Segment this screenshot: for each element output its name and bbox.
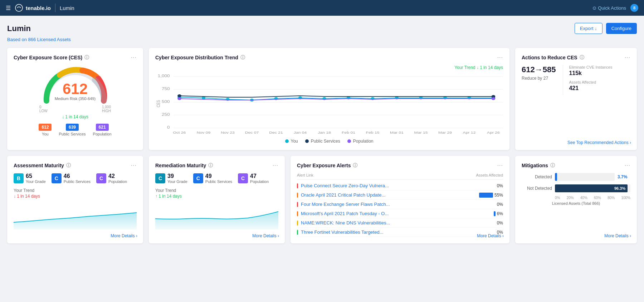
remediation-more-details[interactable]: More Details › — [252, 233, 279, 238]
assessment-grade-you: B 65 Your Grade — [14, 173, 46, 184]
assessment-grade-pop-num: 42 — [108, 173, 127, 179]
assessment-card: Assessment Maturity ⓘ ··· B 65 Your Grad… — [7, 156, 143, 243]
dist-trend-menu[interactable]: ··· — [497, 54, 503, 61]
licensed-assets-link[interactable]: Based on 866 Licensed Assets — [7, 37, 637, 42]
miti-not-detected-bar-wrap: 96.3% — [555, 184, 630, 192]
miti-detected-bar-wrap — [555, 173, 615, 181]
ces-title: Cyber Exposure Score (CES) ⓘ — [14, 54, 89, 61]
help-badge[interactable]: 8 — [630, 4, 638, 12]
miti-footer: Licensed Assets (Total 866) — [522, 201, 630, 206]
configure-button[interactable]: Configure — [606, 23, 637, 34]
remediation-trend-label: Your Trend — [155, 188, 278, 193]
assessment-grade-ps: C 46 Public Services — [52, 173, 91, 184]
alert-row: Pulse Connect Secure Zero-Day Vulnera...… — [297, 181, 503, 190]
ces-info-icon[interactable]: ⓘ — [84, 54, 89, 61]
chart-legend: You Public Services Population — [155, 139, 503, 144]
alerts-menu[interactable]: ··· — [497, 162, 503, 169]
legend-pop: Population — [347, 139, 374, 144]
assessment-grade-pop-info: 42 Population — [108, 173, 127, 184]
logo-icon — [15, 4, 23, 12]
eliminate-value: 115k — [569, 70, 612, 76]
alert-row: Microsoft's April 2021 Patch Tuesday - O… — [297, 209, 503, 218]
assessment-info-icon[interactable]: ⓘ — [66, 162, 71, 169]
svg-text:Mar 01: Mar 01 — [390, 131, 404, 134]
alert-indicator — [297, 183, 298, 188]
remediation-menu[interactable]: ··· — [273, 162, 278, 169]
page-content: Lumin Export ↓ Configure Based on 866 Li… — [0, 16, 644, 256]
dist-trend-title: Cyber Exposure Distribution Trend ⓘ — [155, 54, 245, 61]
alerts-more-details[interactable]: More Details › — [477, 233, 504, 238]
alert-link[interactable]: Microsoft's April 2021 Patch Tuesday - O… — [301, 211, 479, 216]
miti-axis: 0% 20% 40% 60% 80% 100% — [522, 196, 630, 200]
alert-row: NAME:WRECK: Nine DNS Vulnerabilities... … — [297, 218, 503, 228]
badge-pop: 621 Population — [93, 124, 112, 136]
actions-ces-info-icon[interactable]: ⓘ — [580, 54, 584, 61]
actions-ces-menu[interactable]: ··· — [625, 54, 630, 61]
actions-ces-card: Actions to Reduce CES ⓘ ··· 612→585 Redu… — [515, 48, 637, 150]
assessment-grade-pop-box: C — [96, 173, 106, 183]
alert-link[interactable]: Pulse Connect Secure Zero-Day Vulnera... — [301, 183, 479, 188]
remediation-mini-chart — [155, 201, 278, 229]
svg-text:Dec 07: Dec 07 — [245, 131, 259, 134]
assessment-trend-value: ↓ 1 in 14 days — [14, 194, 137, 199]
remediation-grade-ps-info: 49 Public Services — [205, 173, 232, 184]
page-header: Lumin Export ↓ Configure — [7, 23, 637, 34]
svg-text:CES: CES — [156, 100, 161, 108]
svg-text:Apr 26: Apr 26 — [487, 131, 500, 134]
remediation-grade-ps-box: C — [193, 173, 203, 183]
mitigations-menu[interactable]: ··· — [625, 162, 630, 169]
remediation-grade-pop-label: Population — [250, 179, 269, 184]
ces-menu[interactable]: ··· — [131, 54, 137, 61]
alert-link[interactable]: NAME:WRECK: Nine DNS Vulnerabilities... — [301, 220, 479, 226]
alerts-table-header: Alert Link Assets Affected — [297, 173, 503, 180]
reduce-label: Reduce by 27 — [522, 76, 556, 81]
gauge-number: 612 — [55, 81, 96, 96]
badge-you: 612 You — [39, 124, 52, 136]
mitigations-info-icon[interactable]: ⓘ — [550, 162, 555, 169]
assessment-grade-you-label: Your Grade — [26, 179, 46, 184]
export-button[interactable]: Export ↓ — [575, 23, 602, 34]
top-nav: ☰ tenable.io Lumin ⊙ Quick Actions 8 — [0, 0, 644, 16]
app-name: Lumin — [60, 5, 74, 11]
legend-pop-dot — [347, 139, 351, 143]
remediation-grade-you-num: 39 — [167, 173, 187, 179]
ces-badges: 612 You 639 Public Services 621 Populati… — [39, 124, 111, 136]
alert-pct: 0% — [482, 202, 503, 207]
top-row: Cyber Exposure Score (CES) ⓘ ··· — [7, 48, 637, 150]
alert-link[interactable]: Three Fortinet Vulnerabilities Targeted.… — [301, 229, 479, 235]
badge-ps: 639 Public Services — [59, 124, 86, 136]
assessment-grade-you-info: 65 Your Grade — [26, 173, 46, 184]
assessment-grade-pop-label: Population — [108, 179, 127, 184]
dist-trend-info-icon[interactable]: ⓘ — [240, 54, 245, 61]
svg-text:Apr 12: Apr 12 — [463, 131, 476, 134]
bottom-row: Assessment Maturity ⓘ ··· B 65 Your Grad… — [7, 156, 637, 243]
badge-you-score: 612 — [39, 124, 52, 131]
miti-detected-label: Detected — [522, 174, 552, 179]
alert-link[interactable]: Oracle April 2021 Critical Patch Update.… — [301, 192, 476, 198]
nav-divider — [55, 4, 55, 12]
remediation-grade-you-info: 39 Your Grade — [167, 173, 187, 184]
svg-text:1,000: 1,000 — [158, 74, 170, 78]
remediation-grade-you-label: Your Grade — [167, 179, 187, 184]
hamburger-menu[interactable]: ☰ — [6, 5, 11, 11]
see-top-actions-link[interactable]: See Top Recommended Actions › — [567, 140, 631, 145]
assessment-menu[interactable]: ··· — [131, 162, 137, 169]
svg-text:0: 0 — [167, 125, 170, 130]
quick-actions-button[interactable]: ⊙ Quick Actions — [592, 5, 626, 11]
assessment-chart-svg — [14, 201, 137, 229]
actions-ces-header: Actions to Reduce CES ⓘ ··· — [522, 54, 630, 61]
dist-trend-card: Cyber Exposure Distribution Trend ⓘ ··· … — [149, 48, 509, 150]
assessment-grade-pop: C 42 Population — [96, 173, 127, 184]
remediation-info-icon[interactable]: ⓘ — [208, 162, 213, 169]
dist-trend-header: Cyber Exposure Distribution Trend ⓘ ··· — [155, 54, 503, 61]
alerts-list: Pulse Connect Secure Zero-Day Vulnera...… — [297, 181, 503, 237]
svg-text:Mar 29: Mar 29 — [438, 131, 452, 134]
svg-point-29 — [492, 97, 496, 100]
alert-link[interactable]: Four More Exchange Server Flaws Patch... — [301, 202, 479, 207]
remediation-header: Remediation Maturity ⓘ ··· — [155, 162, 278, 169]
alerts-info-icon[interactable]: ⓘ — [353, 162, 357, 169]
assessment-more-details[interactable]: More Details › — [111, 233, 137, 238]
ces-arrow-text: 612→585 — [522, 65, 556, 74]
alert-bar — [494, 211, 495, 216]
mitigations-more-details[interactable]: More Details › — [604, 233, 631, 238]
